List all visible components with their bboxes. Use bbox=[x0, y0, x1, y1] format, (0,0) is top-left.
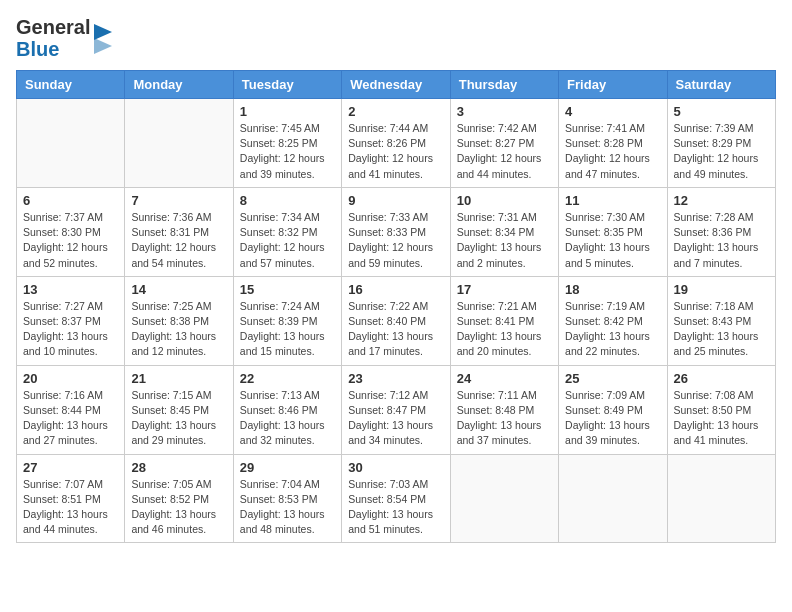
calendar-cell: 9Sunrise: 7:33 AMSunset: 8:33 PMDaylight… bbox=[342, 187, 450, 276]
page-header: General Blue bbox=[16, 16, 776, 60]
day-info: Sunrise: 7:25 AMSunset: 8:38 PMDaylight:… bbox=[131, 299, 226, 360]
calendar-cell: 10Sunrise: 7:31 AMSunset: 8:34 PMDayligh… bbox=[450, 187, 558, 276]
day-number: 15 bbox=[240, 282, 335, 297]
day-info: Sunrise: 7:27 AMSunset: 8:37 PMDaylight:… bbox=[23, 299, 118, 360]
day-info: Sunrise: 7:22 AMSunset: 8:40 PMDaylight:… bbox=[348, 299, 443, 360]
day-number: 28 bbox=[131, 460, 226, 475]
day-info: Sunrise: 7:41 AMSunset: 8:28 PMDaylight:… bbox=[565, 121, 660, 182]
calendar-cell: 15Sunrise: 7:24 AMSunset: 8:39 PMDayligh… bbox=[233, 276, 341, 365]
calendar-cell: 6Sunrise: 7:37 AMSunset: 8:30 PMDaylight… bbox=[17, 187, 125, 276]
day-info: Sunrise: 7:34 AMSunset: 8:32 PMDaylight:… bbox=[240, 210, 335, 271]
calendar-cell: 19Sunrise: 7:18 AMSunset: 8:43 PMDayligh… bbox=[667, 276, 775, 365]
logo-blue: Blue bbox=[16, 38, 59, 60]
day-info: Sunrise: 7:31 AMSunset: 8:34 PMDaylight:… bbox=[457, 210, 552, 271]
day-number: 1 bbox=[240, 104, 335, 119]
day-info: Sunrise: 7:18 AMSunset: 8:43 PMDaylight:… bbox=[674, 299, 769, 360]
day-number: 20 bbox=[23, 371, 118, 386]
day-info: Sunrise: 7:16 AMSunset: 8:44 PMDaylight:… bbox=[23, 388, 118, 449]
logo-flag-icon bbox=[92, 20, 114, 56]
calendar-cell: 11Sunrise: 7:30 AMSunset: 8:35 PMDayligh… bbox=[559, 187, 667, 276]
day-number: 11 bbox=[565, 193, 660, 208]
weekday-header: Saturday bbox=[667, 71, 775, 99]
day-number: 5 bbox=[674, 104, 769, 119]
calendar-cell: 3Sunrise: 7:42 AMSunset: 8:27 PMDaylight… bbox=[450, 99, 558, 188]
calendar-table: SundayMondayTuesdayWednesdayThursdayFrid… bbox=[16, 70, 776, 543]
day-number: 14 bbox=[131, 282, 226, 297]
calendar-cell bbox=[450, 454, 558, 543]
calendar-cell: 14Sunrise: 7:25 AMSunset: 8:38 PMDayligh… bbox=[125, 276, 233, 365]
calendar-cell: 1Sunrise: 7:45 AMSunset: 8:25 PMDaylight… bbox=[233, 99, 341, 188]
day-number: 30 bbox=[348, 460, 443, 475]
calendar-cell: 20Sunrise: 7:16 AMSunset: 8:44 PMDayligh… bbox=[17, 365, 125, 454]
day-info: Sunrise: 7:42 AMSunset: 8:27 PMDaylight:… bbox=[457, 121, 552, 182]
day-number: 24 bbox=[457, 371, 552, 386]
calendar-cell bbox=[667, 454, 775, 543]
day-number: 19 bbox=[674, 282, 769, 297]
logo: General Blue bbox=[16, 16, 114, 60]
calendar-cell: 4Sunrise: 7:41 AMSunset: 8:28 PMDaylight… bbox=[559, 99, 667, 188]
day-info: Sunrise: 7:03 AMSunset: 8:54 PMDaylight:… bbox=[348, 477, 443, 538]
day-info: Sunrise: 7:12 AMSunset: 8:47 PMDaylight:… bbox=[348, 388, 443, 449]
calendar-cell bbox=[17, 99, 125, 188]
weekday-header: Sunday bbox=[17, 71, 125, 99]
day-info: Sunrise: 7:05 AMSunset: 8:52 PMDaylight:… bbox=[131, 477, 226, 538]
day-info: Sunrise: 7:04 AMSunset: 8:53 PMDaylight:… bbox=[240, 477, 335, 538]
svg-marker-1 bbox=[94, 38, 112, 54]
day-info: Sunrise: 7:13 AMSunset: 8:46 PMDaylight:… bbox=[240, 388, 335, 449]
calendar-week-row: 27Sunrise: 7:07 AMSunset: 8:51 PMDayligh… bbox=[17, 454, 776, 543]
calendar-cell: 26Sunrise: 7:08 AMSunset: 8:50 PMDayligh… bbox=[667, 365, 775, 454]
calendar-cell: 22Sunrise: 7:13 AMSunset: 8:46 PMDayligh… bbox=[233, 365, 341, 454]
day-number: 16 bbox=[348, 282, 443, 297]
day-number: 6 bbox=[23, 193, 118, 208]
calendar-cell: 27Sunrise: 7:07 AMSunset: 8:51 PMDayligh… bbox=[17, 454, 125, 543]
day-info: Sunrise: 7:37 AMSunset: 8:30 PMDaylight:… bbox=[23, 210, 118, 271]
svg-marker-0 bbox=[94, 24, 112, 40]
logo-general: General bbox=[16, 16, 90, 38]
calendar-week-row: 6Sunrise: 7:37 AMSunset: 8:30 PMDaylight… bbox=[17, 187, 776, 276]
day-info: Sunrise: 7:19 AMSunset: 8:42 PMDaylight:… bbox=[565, 299, 660, 360]
day-info: Sunrise: 7:07 AMSunset: 8:51 PMDaylight:… bbox=[23, 477, 118, 538]
calendar-cell: 5Sunrise: 7:39 AMSunset: 8:29 PMDaylight… bbox=[667, 99, 775, 188]
calendar-week-row: 20Sunrise: 7:16 AMSunset: 8:44 PMDayligh… bbox=[17, 365, 776, 454]
day-number: 2 bbox=[348, 104, 443, 119]
day-info: Sunrise: 7:36 AMSunset: 8:31 PMDaylight:… bbox=[131, 210, 226, 271]
day-number: 4 bbox=[565, 104, 660, 119]
day-info: Sunrise: 7:28 AMSunset: 8:36 PMDaylight:… bbox=[674, 210, 769, 271]
day-number: 9 bbox=[348, 193, 443, 208]
calendar-cell: 29Sunrise: 7:04 AMSunset: 8:53 PMDayligh… bbox=[233, 454, 341, 543]
day-number: 25 bbox=[565, 371, 660, 386]
weekday-header: Thursday bbox=[450, 71, 558, 99]
day-number: 8 bbox=[240, 193, 335, 208]
day-number: 12 bbox=[674, 193, 769, 208]
day-info: Sunrise: 7:44 AMSunset: 8:26 PMDaylight:… bbox=[348, 121, 443, 182]
calendar-cell: 28Sunrise: 7:05 AMSunset: 8:52 PMDayligh… bbox=[125, 454, 233, 543]
day-info: Sunrise: 7:30 AMSunset: 8:35 PMDaylight:… bbox=[565, 210, 660, 271]
weekday-header: Monday bbox=[125, 71, 233, 99]
day-number: 3 bbox=[457, 104, 552, 119]
calendar-cell: 13Sunrise: 7:27 AMSunset: 8:37 PMDayligh… bbox=[17, 276, 125, 365]
day-info: Sunrise: 7:39 AMSunset: 8:29 PMDaylight:… bbox=[674, 121, 769, 182]
day-number: 21 bbox=[131, 371, 226, 386]
calendar-cell: 25Sunrise: 7:09 AMSunset: 8:49 PMDayligh… bbox=[559, 365, 667, 454]
day-number: 29 bbox=[240, 460, 335, 475]
day-info: Sunrise: 7:45 AMSunset: 8:25 PMDaylight:… bbox=[240, 121, 335, 182]
calendar-cell: 8Sunrise: 7:34 AMSunset: 8:32 PMDaylight… bbox=[233, 187, 341, 276]
calendar-cell: 2Sunrise: 7:44 AMSunset: 8:26 PMDaylight… bbox=[342, 99, 450, 188]
weekday-header: Friday bbox=[559, 71, 667, 99]
day-number: 18 bbox=[565, 282, 660, 297]
day-info: Sunrise: 7:21 AMSunset: 8:41 PMDaylight:… bbox=[457, 299, 552, 360]
calendar-week-row: 1Sunrise: 7:45 AMSunset: 8:25 PMDaylight… bbox=[17, 99, 776, 188]
calendar-cell: 7Sunrise: 7:36 AMSunset: 8:31 PMDaylight… bbox=[125, 187, 233, 276]
day-number: 10 bbox=[457, 193, 552, 208]
day-number: 7 bbox=[131, 193, 226, 208]
day-number: 13 bbox=[23, 282, 118, 297]
calendar-cell: 24Sunrise: 7:11 AMSunset: 8:48 PMDayligh… bbox=[450, 365, 558, 454]
day-info: Sunrise: 7:15 AMSunset: 8:45 PMDaylight:… bbox=[131, 388, 226, 449]
day-info: Sunrise: 7:24 AMSunset: 8:39 PMDaylight:… bbox=[240, 299, 335, 360]
calendar-cell bbox=[559, 454, 667, 543]
calendar-cell: 16Sunrise: 7:22 AMSunset: 8:40 PMDayligh… bbox=[342, 276, 450, 365]
day-number: 17 bbox=[457, 282, 552, 297]
calendar-cell bbox=[125, 99, 233, 188]
calendar-cell: 17Sunrise: 7:21 AMSunset: 8:41 PMDayligh… bbox=[450, 276, 558, 365]
calendar-cell: 23Sunrise: 7:12 AMSunset: 8:47 PMDayligh… bbox=[342, 365, 450, 454]
